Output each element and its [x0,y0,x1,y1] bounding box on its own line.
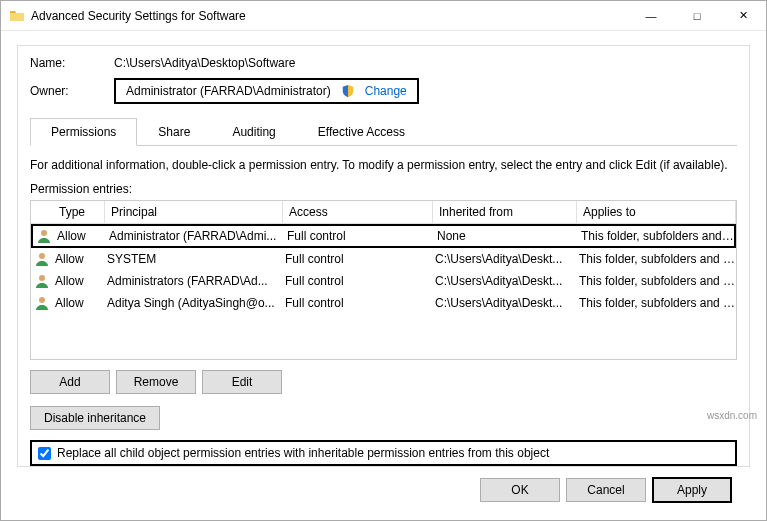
permission-grid: Type Principal Access Inherited from App… [30,200,737,360]
cell-applies: This folder, subfolders and files [579,229,734,243]
name-row: Name: C:\Users\Aditya\Desktop\Software [30,56,737,70]
tab-auditing[interactable]: Auditing [211,118,296,145]
cell-principal: Administrators (FARRAD\Ad... [105,274,283,288]
permission-entries-label: Permission entries: [30,182,737,196]
inner-panel: Name: C:\Users\Aditya\Desktop\Software O… [17,45,750,467]
entry-buttons-row: Add Remove Edit [30,370,737,394]
cell-access: Full control [283,252,433,266]
col-type[interactable]: Type [53,201,105,223]
table-row[interactable]: AllowAditya Singh (AdityaSingh@o...Full … [31,292,736,314]
apply-button[interactable]: Apply [652,477,732,503]
cell-access: Full control [283,296,433,310]
owner-row: Owner: Administrator (FARRAD\Administrat… [30,78,737,104]
cell-applies: This folder, subfolders and files [577,274,736,288]
add-button[interactable]: Add [30,370,110,394]
shield-icon [341,84,355,98]
remove-button[interactable]: Remove [116,370,196,394]
cell-principal: Aditya Singh (AdityaSingh@o... [105,296,283,310]
ok-button[interactable]: OK [480,478,560,502]
tabs: Permissions Share Auditing Effective Acc… [30,118,737,146]
tab-share[interactable]: Share [137,118,211,145]
tab-permissions[interactable]: Permissions [30,118,137,146]
cell-type: Allow [53,296,105,310]
cell-access: Full control [285,229,435,243]
maximize-button[interactable]: □ [674,1,720,31]
change-link[interactable]: Change [365,84,407,98]
user-icon [34,251,50,267]
close-button[interactable]: ✕ [720,1,766,31]
table-row[interactable]: AllowAdministrator (FARRAD\Admi...Full c… [31,224,736,248]
grid-body: AllowAdministrator (FARRAD\Admi...Full c… [31,224,736,314]
col-access[interactable]: Access [283,201,433,223]
dialog-footer: OK Cancel Apply [17,467,750,513]
cell-applies: This folder, subfolders and files [577,252,736,266]
cell-principal: Administrator (FARRAD\Admi... [107,229,285,243]
col-inherited[interactable]: Inherited from [433,201,577,223]
replace-checkbox-box: Replace all child object permission entr… [30,440,737,466]
svg-point-2 [39,275,45,281]
cell-access: Full control [283,274,433,288]
owner-label: Owner: [30,84,114,98]
tab-effective-access[interactable]: Effective Access [297,118,426,145]
col-principal[interactable]: Principal [105,201,283,223]
titlebar: Advanced Security Settings for Software … [1,1,766,31]
cell-principal: SYSTEM [105,252,283,266]
dialog-window: Advanced Security Settings for Software … [0,0,767,521]
disable-inheritance-button[interactable]: Disable inheritance [30,406,160,430]
user-icon [34,273,50,289]
cell-inherited: C:\Users\Aditya\Deskt... [433,274,577,288]
owner-value: Administrator (FARRAD\Administrator) [126,84,331,98]
col-icon[interactable] [31,201,53,223]
minimize-button[interactable]: ― [628,1,674,31]
cell-inherited: C:\Users\Aditya\Deskt... [433,252,577,266]
user-icon [34,295,50,311]
replace-checkbox-label: Replace all child object permission entr… [57,446,549,460]
replace-checkbox[interactable] [38,447,51,460]
watermark: wsxdn.com [707,410,757,421]
table-row[interactable]: AllowSYSTEMFull controlC:\Users\Aditya\D… [31,248,736,270]
user-icon [36,228,52,244]
name-value: C:\Users\Aditya\Desktop\Software [114,56,295,70]
cell-type: Allow [55,229,107,243]
cancel-button[interactable]: Cancel [566,478,646,502]
name-label: Name: [30,56,114,70]
svg-point-0 [41,230,47,236]
table-row[interactable]: AllowAdministrators (FARRAD\Ad...Full co… [31,270,736,292]
info-text: For additional information, double-click… [30,158,737,172]
content-area: Name: C:\Users\Aditya\Desktop\Software O… [1,31,766,521]
grid-header: Type Principal Access Inherited from App… [31,201,736,224]
edit-button[interactable]: Edit [202,370,282,394]
col-applies[interactable]: Applies to [577,201,736,223]
cell-type: Allow [53,274,105,288]
svg-point-3 [39,297,45,303]
owner-box: Administrator (FARRAD\Administrator) Cha… [114,78,419,104]
cell-inherited: C:\Users\Aditya\Deskt... [433,296,577,310]
cell-inherited: None [435,229,579,243]
cell-applies: This folder, subfolders and files [577,296,736,310]
cell-type: Allow [53,252,105,266]
folder-icon [9,8,25,24]
window-title: Advanced Security Settings for Software [31,9,628,23]
svg-point-1 [39,253,45,259]
